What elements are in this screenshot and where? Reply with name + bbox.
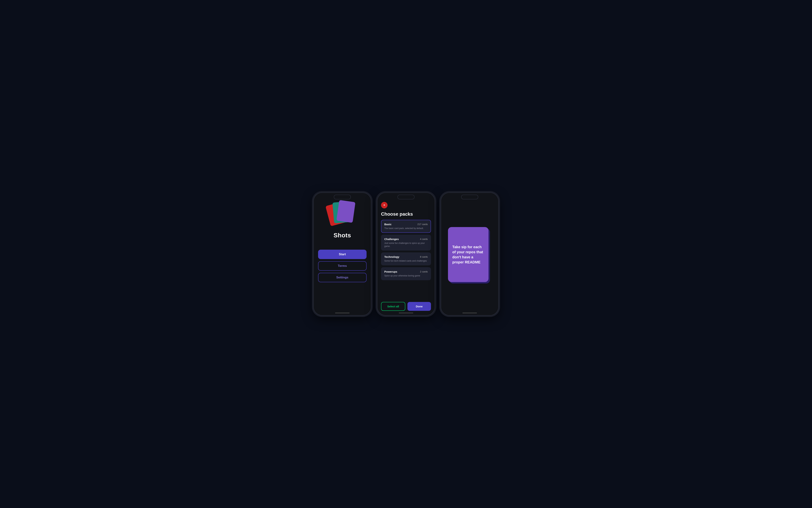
home-indicator (335, 312, 349, 313)
pack-count-powerups: 2 cards (420, 270, 428, 273)
game-card-text: Take sip for each of your repos that don… (452, 244, 484, 265)
pack-desc-powerups: Spice up your otherwise boring game (384, 274, 428, 277)
cards-illustration (328, 201, 357, 226)
phone-3-game: Take sip for each of your repos that don… (441, 193, 499, 315)
pack-card-challenges[interactable]: Challenges 4 cards Just some fun challen… (381, 235, 431, 251)
pack-name-powerups: Powerups (384, 270, 397, 273)
pack-card-powerups[interactable]: Powerups 2 cards Spice up your otherwise… (381, 267, 431, 280)
done-button[interactable]: Done (408, 302, 431, 311)
home-indicator (463, 312, 477, 313)
pack-name-basic: Basic (384, 223, 391, 226)
pack-desc-challenges: Just some fun challenges to spice up you… (384, 242, 428, 248)
pack-card-header-technology: Technology 8 cards (384, 255, 428, 258)
start-button[interactable]: Start (318, 250, 367, 259)
phone-1-main: Shots Start Terms Settings (313, 193, 371, 315)
close-button[interactable]: × (381, 202, 388, 208)
packs-list: Basic 217 cards The basic card pack, sel… (381, 220, 431, 300)
pack-count-technology: 8 cards (420, 255, 428, 258)
pack-name-challenges: Challenges (384, 238, 399, 241)
pack-name-technology: Technology (384, 255, 399, 258)
pack-card-header-challenges: Challenges 4 cards (384, 238, 428, 241)
game-card[interactable]: Take sip for each of your repos that don… (448, 227, 488, 282)
pack-desc-technology: Some fun tech-related cards and challeng… (384, 259, 428, 262)
terms-button[interactable]: Terms (318, 261, 367, 271)
pack-card-header-powerups: Powerups 2 cards (384, 270, 428, 273)
close-icon: × (383, 204, 385, 207)
app-title: Shots (334, 232, 351, 239)
game-card-wrapper: Take sip for each of your repos that don… (448, 227, 492, 285)
settings-button[interactable]: Settings (318, 273, 367, 282)
card-purple (336, 200, 355, 223)
choose-packs-title: Choose packs (381, 211, 413, 217)
pack-desc-basic: The basic card pack, selected by default… (384, 227, 428, 230)
pack-count-basic: 217 cards (417, 223, 428, 225)
pack-count-challenges: 4 cards (420, 238, 428, 241)
select-all-button[interactable]: Select all (381, 302, 405, 311)
home-indicator (399, 312, 413, 313)
bottom-buttons: Select all Done (381, 302, 431, 311)
pack-card-technology[interactable]: Technology 8 cards Some fun tech-related… (381, 252, 431, 265)
pack-card-basic[interactable]: Basic 217 cards The basic card pack, sel… (381, 220, 431, 233)
pack-card-header-basic: Basic 217 cards (384, 223, 428, 226)
phone-2-choose-packs: × Choose packs Basic 217 cards The basic… (377, 193, 435, 315)
